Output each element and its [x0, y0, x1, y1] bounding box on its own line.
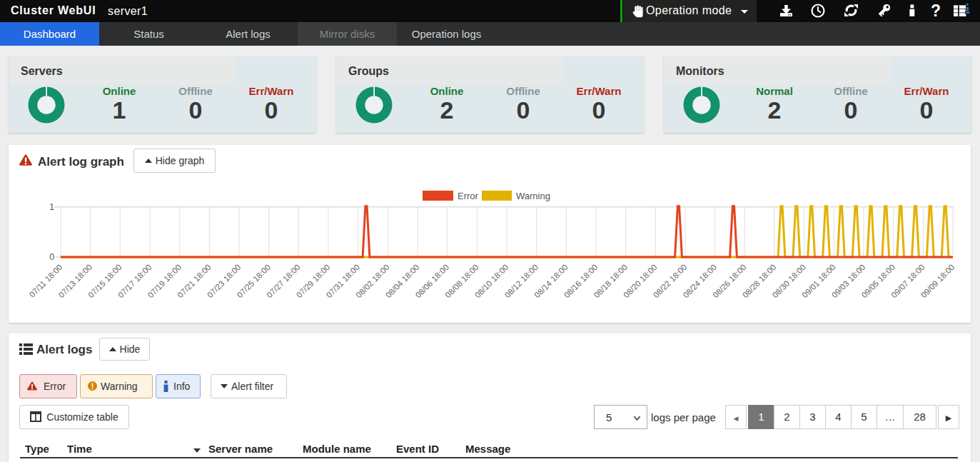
- svg-text:Warning: Warning: [516, 191, 550, 201]
- svg-text:1: 1: [49, 202, 54, 212]
- svg-text:?: ?: [931, 4, 941, 18]
- svg-text:Error: Error: [458, 191, 479, 201]
- svg-text:0: 0: [49, 252, 54, 262]
